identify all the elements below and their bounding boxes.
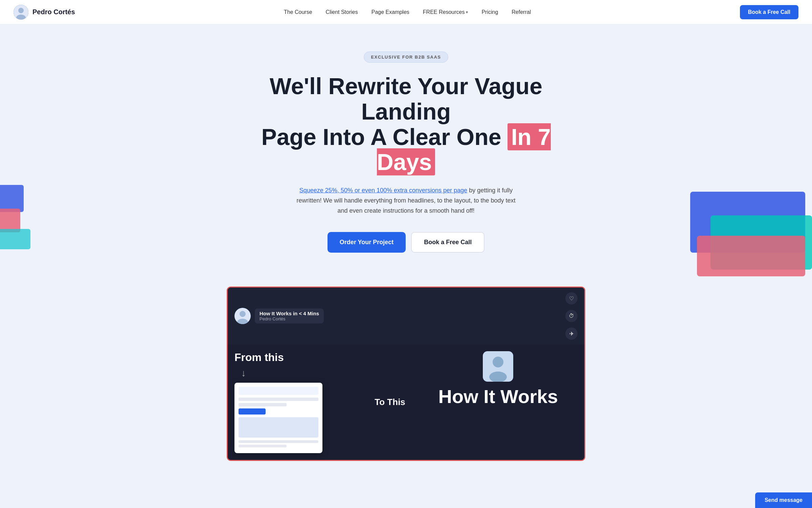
clock-icon[interactable]: ⏱ [565, 310, 578, 322]
from-this-label: From this [234, 351, 361, 364]
video-top-bar: How It Works in < 4 Mins Pedro Cortés ♡ … [228, 288, 584, 344]
nav-item-page-examples[interactable]: Page Examples [366, 6, 415, 18]
brand-name: Pedro Cortés [32, 8, 75, 16]
video-profile: How It Works in < 4 Mins Pedro Cortés [234, 308, 324, 324]
svg-rect-7 [0, 209, 20, 232]
video-subtitle-text: Pedro Cortés [260, 316, 319, 321]
nav-item-free-resources[interactable]: FREE Resources ▾ [418, 6, 474, 18]
share-icon[interactable]: ✈ [565, 327, 578, 340]
video-section: How It Works in < 4 Mins Pedro Cortés ♡ … [220, 287, 592, 461]
nav-item-pricing[interactable]: Pricing [476, 6, 503, 18]
video-avatar [234, 308, 251, 324]
video-title-text: How It Works in < 4 Mins [260, 311, 319, 316]
how-it-works-avatar [483, 351, 513, 382]
mockup-header [239, 387, 318, 395]
svg-rect-6 [0, 185, 24, 212]
brand-section: Pedro Cortés [14, 5, 75, 20]
before-screenshot [234, 383, 322, 453]
brand-avatar [14, 5, 28, 20]
video-to-section: To This [368, 344, 412, 460]
video-action-icons: ♡ ⏱ ✈ [565, 292, 578, 340]
book-free-call-nav-button[interactable]: Book a Free Call [740, 5, 798, 19]
nav-links: The Course Client Stories Page Examples … [278, 6, 536, 18]
book-free-call-hero-button[interactable]: Book a Free Call [411, 232, 484, 253]
svg-point-1 [18, 8, 24, 13]
nav-item-client-stories[interactable]: Client Stories [320, 6, 363, 18]
how-it-works-title: How It Works [438, 387, 558, 406]
video-title-badge: How It Works in < 4 Mins Pedro Cortés [255, 309, 324, 323]
conversion-link[interactable]: Squeeze 25%, 50% or even 100% extra conv… [299, 187, 467, 194]
video-how-it-works-section: How It Works [412, 344, 584, 460]
nav-item-course[interactable]: The Course [278, 6, 318, 18]
svg-point-13 [493, 357, 503, 367]
dropdown-arrow-icon: ▾ [466, 10, 468, 15]
arrow-down-icon: ↓ [241, 368, 361, 379]
like-icon[interactable]: ♡ [565, 292, 578, 304]
hero-headline: We'll Rewrite Your Vague Landing Page In… [261, 73, 551, 175]
navbar: Pedro Cortés The Course Client Stories P… [0, 0, 812, 24]
svg-point-10 [240, 311, 246, 317]
video-container: How It Works in < 4 Mins Pedro Cortés ♡ … [227, 287, 585, 461]
hero-section: EXCLUSIVE FOR B2B SAAS We'll Rewrite You… [0, 24, 812, 287]
video-body: From this ↓ To This [228, 344, 584, 460]
exclusive-badge: EXCLUSIVE FOR B2B SAAS [364, 51, 448, 63]
hero-buttons: Order Your Project Book a Free Call [7, 232, 805, 253]
nav-item-referral[interactable]: Referral [506, 6, 536, 18]
hero-subtext: Squeeze 25%, 50% or even 100% extra conv… [291, 186, 521, 216]
to-this-label: To This [375, 397, 405, 407]
video-from-section: From this ↓ [228, 344, 368, 460]
order-project-button[interactable]: Order Your Project [328, 232, 406, 253]
